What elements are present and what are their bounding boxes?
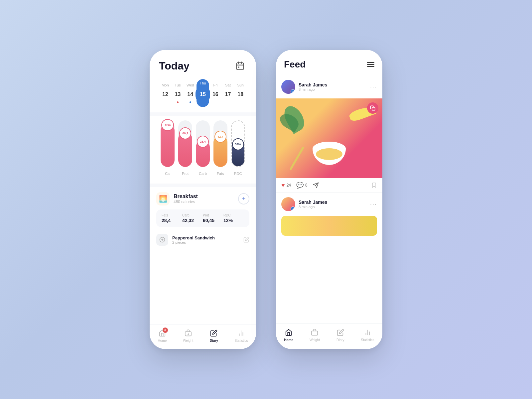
share-icon <box>313 182 319 188</box>
day-fri[interactable]: Fri 16 <box>209 83 222 103</box>
bar-label-cal: Cal <box>165 172 171 176</box>
nav-home[interactable]: 6 Home <box>158 329 167 342</box>
phones-container: Today Mon 12 <box>150 50 382 349</box>
verified-badge-2: ✓ <box>291 206 295 211</box>
post-2-avatar: ✓ <box>281 197 295 211</box>
svg-rect-0 <box>237 63 244 70</box>
bar-badge-cal: 1240 <box>161 119 174 131</box>
comment-icon: 💬 <box>296 182 304 189</box>
food-item: Pepperoni Sandwich 2 pieces <box>156 230 249 249</box>
feed-nav-home[interactable]: Home <box>284 328 293 342</box>
like-button[interactable]: ♥ 24 <box>281 182 291 189</box>
bar-fats: 42,4 Fats <box>213 120 227 176</box>
post-1-time: 8 min ago <box>299 87 367 91</box>
menu-icon[interactable] <box>367 62 374 67</box>
diary-phone: Today Mon 12 <box>150 50 256 349</box>
feed-nav-statistics[interactable]: Statistics <box>361 328 374 342</box>
svg-rect-12 <box>372 107 375 110</box>
diary-screen: Today Mon 12 <box>150 50 256 349</box>
day-sun[interactable]: Sun 18 <box>234 83 247 103</box>
macro-rdc: RDC 12% <box>223 213 244 223</box>
diary-title: Today <box>159 60 190 72</box>
comment-button[interactable]: 💬 8 <box>296 182 308 189</box>
feed-weight-icon <box>310 328 319 337</box>
post-2-header: ✓ Sarah James 8 min ago ··· <box>276 193 382 216</box>
post-1-avatar: ✓ <box>281 80 295 94</box>
comments-count: 8 <box>305 183 308 188</box>
feed-nav-diary[interactable]: Diary <box>336 328 345 342</box>
macro-prot: Prot 60,45 <box>203 213 223 223</box>
bar-badge-fats: 42,4 <box>214 131 226 143</box>
macro-fats: Fats 28,4 <box>162 213 182 223</box>
bar-label-fats: Fats <box>217 172 224 176</box>
meal-section: 🌅 Breakfast 480 calories + Fats 28,4 <box>150 187 256 325</box>
day-mon[interactable]: Mon 12 <box>159 83 172 103</box>
day-thu[interactable]: Thu 15 <box>197 79 209 107</box>
macro-section: 1240 Cal 60,2 Prot <box>150 116 256 184</box>
diary-icon <box>209 329 218 337</box>
post-2: ✓ Sarah James 8 min ago ··· <box>276 193 382 236</box>
bar-label-prot: Prot <box>182 172 189 176</box>
post-1-header: ✓ Sarah James 8 min ago ··· <box>276 75 382 98</box>
day-sat[interactable]: Sat 17 <box>222 83 234 103</box>
add-meal-button[interactable]: + <box>238 193 249 204</box>
bowl-decoration <box>313 142 346 165</box>
post-2-more-button[interactable]: ··· <box>370 201 377 208</box>
bookmark-button[interactable] <box>371 182 377 188</box>
macro-details-row: Fats 28,4 Carb 42,32 Prot 60,45 RDC 12% <box>156 209 249 227</box>
food-name: Pepperoni Sandwich <box>172 235 239 240</box>
macro-carb: Carb 42,32 <box>182 213 203 223</box>
bar-carb: 28,4 Carb <box>196 120 210 176</box>
feed-title: Feed <box>284 59 306 70</box>
home-icon: 6 <box>158 329 167 337</box>
share-button[interactable] <box>313 182 319 188</box>
diary-bottom-nav: 6 Home Weight <box>150 325 256 349</box>
feed-phone: Feed ✓ Sarah Ja <box>276 50 382 349</box>
bar-rdc: 34% RDC <box>231 120 245 176</box>
diary-header: Today Mon 12 <box>150 50 256 112</box>
bars-container: 1240 Cal 60,2 Prot <box>159 122 247 176</box>
feed-home-icon <box>284 328 293 337</box>
diary-title-row: Today <box>159 59 247 72</box>
feed-bottom-nav: Home Weight <box>276 323 382 349</box>
post-2-image-preview <box>281 216 377 236</box>
meal-header: 🌅 Breakfast 480 calories + <box>156 192 249 205</box>
post-1-actions: ♥ 24 💬 8 <box>276 178 382 193</box>
meal-name: Breakfast <box>174 194 198 200</box>
post-2-time: 8 min ago <box>299 205 367 209</box>
svg-rect-15 <box>312 331 318 335</box>
statistics-icon <box>237 329 245 337</box>
post-1-image <box>276 98 382 178</box>
nav-weight[interactable]: Weight <box>183 329 193 342</box>
meal-calories: 480 calories <box>174 200 198 204</box>
post-2-author: Sarah James <box>299 200 367 205</box>
spoon-decoration <box>289 146 304 170</box>
calendar-icon[interactable] <box>233 59 247 72</box>
meal-info: 🌅 Breakfast 480 calories <box>156 192 198 205</box>
food-icon <box>156 234 168 246</box>
bar-label-carb: Carb <box>199 172 207 176</box>
nav-statistics[interactable]: Statistics <box>234 329 248 342</box>
bar-prot: 60,2 Prot <box>178 120 192 176</box>
feed-statistics-icon <box>363 328 372 337</box>
day-tue[interactable]: Tue 13 <box>172 83 184 103</box>
svg-rect-4 <box>238 66 239 68</box>
food-pieces: 2 pieces <box>172 240 239 244</box>
post-1-more-button[interactable]: ··· <box>370 83 377 90</box>
bar-cal: 1240 Cal <box>161 120 175 176</box>
feed-header: Feed <box>276 50 382 75</box>
svg-point-8 <box>188 334 189 335</box>
nav-diary[interactable]: Diary <box>209 329 218 342</box>
edit-food-button[interactable] <box>243 237 249 243</box>
feed-nav-weight[interactable]: Weight <box>310 328 320 342</box>
week-selector: Mon 12 Tue 13 Wed 14 Th <box>159 79 247 112</box>
likes-count: 24 <box>287 183 291 188</box>
bar-badge-carb: 28,4 <box>197 136 209 148</box>
heart-icon: ♥ <box>281 182 285 189</box>
feed-diary-icon <box>336 328 345 337</box>
breakfast-icon: 🌅 <box>156 192 170 205</box>
copy-post-button[interactable] <box>367 102 378 114</box>
feed-screen: Feed ✓ Sarah Ja <box>276 50 382 349</box>
day-wed[interactable]: Wed 14 <box>184 83 197 103</box>
weight-icon <box>184 329 193 337</box>
